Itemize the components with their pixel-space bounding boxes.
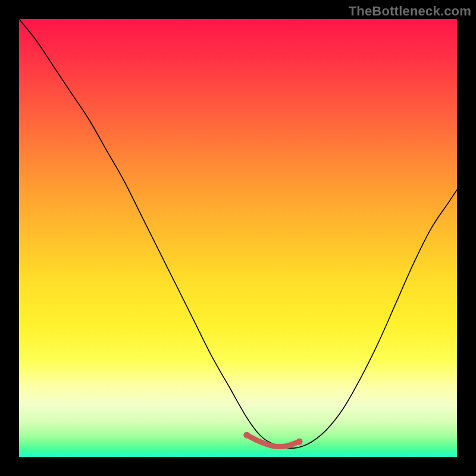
optimal-endpoint-right bbox=[296, 439, 303, 445]
optimal-region-highlight bbox=[247, 435, 299, 446]
chart-frame: TheBottleneck.com bbox=[0, 0, 476, 476]
bottleneck-curve bbox=[19, 19, 457, 448]
plot-area bbox=[19, 19, 457, 457]
watermark-text: TheBottleneck.com bbox=[349, 4, 471, 19]
optimal-endpoint-left bbox=[243, 432, 250, 439]
chart-overlay-svg bbox=[19, 19, 457, 457]
